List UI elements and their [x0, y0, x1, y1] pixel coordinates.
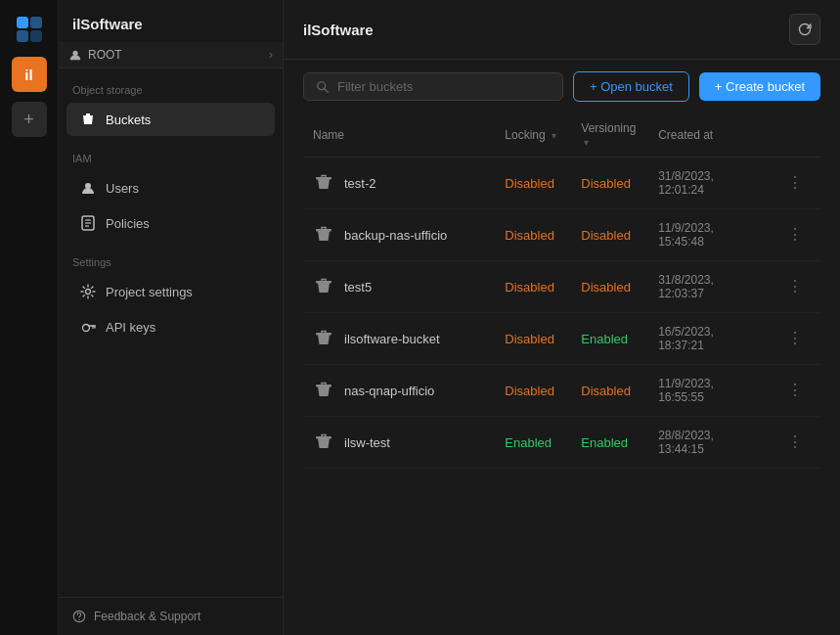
bucket-row-menu-cell: ⋮	[770, 261, 820, 313]
bucket-created-at: 11/9/2023, 15:45:48	[648, 209, 770, 261]
section-label-object-storage: Object storage	[59, 68, 283, 102]
bucket-name-cell: ilsoftware-bucket	[303, 313, 495, 365]
sidebar-item-policies[interactable]: Policies	[66, 206, 275, 240]
bucket-locking-status: Disabled	[495, 158, 571, 209]
svg-rect-19	[316, 177, 332, 180]
section-label-settings: Settings	[59, 241, 283, 274]
bucket-row-menu-cell: ⋮	[770, 417, 820, 469]
search-input[interactable]	[337, 79, 551, 94]
svg-rect-35	[316, 385, 332, 387]
svg-rect-27	[316, 281, 332, 284]
sidebar-item-api-keys-label: API keys	[106, 320, 155, 335]
bucket-created-at: 31/8/2023, 12:01:24	[648, 158, 770, 209]
col-header-actions	[770, 113, 820, 158]
buckets-table: Name Locking ▾ Versioning ▾ Created at	[303, 113, 820, 469]
bucket-locking-status: Disabled	[495, 209, 571, 261]
feedback-support-link[interactable]: Feedback & Support	[59, 597, 283, 635]
open-bucket-button[interactable]: + Open bucket	[573, 71, 689, 102]
sidebar-item-project-settings-label: Project settings	[106, 285, 193, 299]
refresh-button[interactable]	[789, 14, 820, 45]
svg-rect-23	[316, 229, 332, 232]
sidebar-item-api-keys[interactable]: API keys	[66, 310, 275, 343]
bucket-icon	[313, 328, 334, 349]
bucket-name: ilsoftware-bucket	[344, 332, 440, 346]
app-logo	[12, 12, 47, 47]
bucket-row-menu-button[interactable]: ⋮	[779, 171, 811, 195]
bucket-icon	[313, 431, 334, 453]
sidebar-item-users-label: Users	[106, 181, 139, 196]
svg-rect-31	[316, 333, 332, 336]
sidebar: ilSoftware ROOT › Object storage Buckets…	[59, 0, 284, 635]
table-row[interactable]: nas-qnap-ufficio Disabled Disabled 11/9/…	[303, 365, 820, 417]
sidebar-item-users[interactable]: Users	[66, 171, 275, 204]
bucket-created-at: 31/8/2023, 12:03:37	[648, 261, 770, 313]
bucket-row-menu-button[interactable]: ⋮	[779, 327, 811, 350]
user-avatar-button[interactable]: il	[12, 57, 47, 92]
bucket-icon	[313, 224, 334, 246]
svg-rect-3	[30, 30, 42, 42]
bucket-versioning-status: Disabled	[571, 209, 648, 261]
bucket-locking-status: Enabled	[495, 417, 571, 469]
svg-rect-2	[17, 30, 28, 42]
sidebar-item-buckets[interactable]: Buckets	[66, 103, 275, 136]
bucket-row-menu-button[interactable]: ⋮	[779, 275, 811, 298]
bucket-icon	[313, 276, 334, 297]
main-content: ilSoftware + Open bucket + Create bucket…	[284, 0, 840, 635]
search-box[interactable]	[303, 72, 563, 101]
col-header-name: Name	[303, 113, 495, 158]
bucket-row-menu-button[interactable]: ⋮	[779, 431, 811, 454]
bucket-name-cell: test5	[303, 261, 495, 313]
bucket-created-at: 28/8/2023, 13:44:15	[648, 417, 770, 469]
svg-rect-39	[316, 436, 332, 439]
bucket-versioning-status: Disabled	[571, 261, 648, 313]
table-row[interactable]: test5 Disabled Disabled 31/8/2023, 12:03…	[303, 261, 820, 313]
sidebar-item-policies-label: Policies	[106, 216, 150, 231]
sidebar-header: ilSoftware	[59, 0, 283, 42]
svg-rect-1	[30, 17, 42, 28]
root-breadcrumb[interactable]: ROOT ›	[59, 42, 283, 68]
table-row[interactable]: ilsoftware-bucket Disabled Enabled 16/5/…	[303, 313, 820, 365]
add-workspace-button[interactable]: +	[12, 102, 47, 137]
icon-rail: il +	[0, 0, 59, 635]
bucket-row-menu-cell: ⋮	[770, 365, 820, 417]
bucket-versioning-status: Enabled	[571, 313, 648, 365]
chevron-right-icon: ›	[269, 48, 273, 62]
bucket-name: backup-nas-ufficio	[344, 228, 447, 243]
sidebar-item-project-settings[interactable]: Project settings	[66, 275, 275, 308]
col-header-versioning[interactable]: Versioning ▾	[571, 113, 648, 158]
bucket-row-menu-button[interactable]: ⋮	[779, 223, 811, 247]
bucket-name: nas-qnap-ufficio	[344, 384, 434, 398]
bucket-name: ilsw-test	[344, 435, 390, 450]
table-row[interactable]: ilsw-test Enabled Enabled 28/8/2023, 13:…	[303, 417, 820, 469]
main-header: ilSoftware	[284, 0, 840, 60]
bucket-row-menu-cell: ⋮	[770, 158, 820, 209]
table-row[interactable]: test-2 Disabled Disabled 31/8/2023, 12:0…	[303, 158, 820, 209]
create-bucket-button[interactable]: + Create bucket	[699, 72, 820, 101]
root-label: ROOT	[88, 48, 122, 62]
bucket-name: test5	[344, 280, 372, 295]
svg-rect-0	[17, 17, 28, 28]
table-row[interactable]: backup-nas-ufficio Disabled Disabled 11/…	[303, 209, 820, 261]
bucket-created-at: 16/5/2023, 18:37:21	[648, 313, 770, 365]
feedback-support-label: Feedback & Support	[94, 610, 200, 623]
bucket-row-menu-cell: ⋮	[770, 209, 820, 261]
bucket-icon	[313, 172, 334, 194]
col-header-locking[interactable]: Locking ▾	[495, 113, 571, 158]
svg-line-18	[325, 88, 329, 92]
sidebar-item-buckets-label: Buckets	[106, 113, 151, 127]
svg-point-10	[86, 290, 91, 295]
bucket-name-cell: ilsw-test	[303, 417, 495, 469]
bucket-name-cell: nas-qnap-ufficio	[303, 365, 495, 417]
bucket-locking-status: Disabled	[495, 313, 571, 365]
bucket-name-cell: backup-nas-ufficio	[303, 209, 495, 261]
bucket-name: test-2	[344, 176, 376, 191]
bucket-row-menu-cell: ⋮	[770, 313, 820, 365]
buckets-table-wrap: Name Locking ▾ Versioning ▾ Created at	[284, 113, 840, 635]
bucket-row-menu-button[interactable]: ⋮	[779, 379, 811, 402]
svg-point-16	[78, 619, 79, 620]
bucket-versioning-status: Enabled	[571, 417, 648, 469]
toolbar: + Open bucket + Create bucket	[284, 60, 840, 113]
bucket-locking-status: Disabled	[495, 261, 571, 313]
bucket-versioning-status: Disabled	[571, 365, 648, 417]
bucket-versioning-status: Disabled	[571, 158, 648, 209]
